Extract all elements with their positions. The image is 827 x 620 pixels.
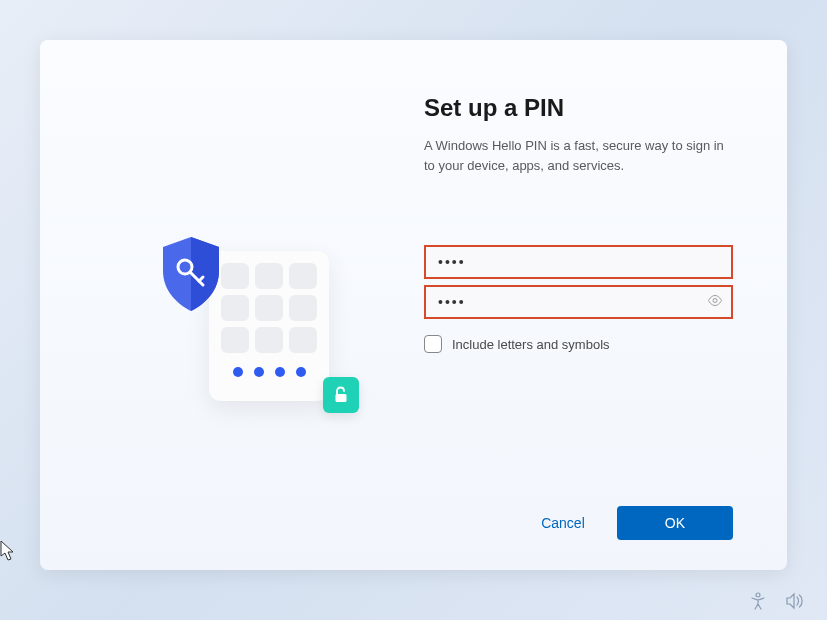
taskbar-tray — [749, 592, 805, 610]
svg-rect-3 — [336, 394, 347, 402]
include-letters-label: Include letters and symbols — [452, 337, 610, 352]
include-letters-row: Include letters and symbols — [424, 335, 733, 353]
volume-icon[interactable] — [785, 592, 805, 610]
svg-point-5 — [756, 593, 760, 597]
svg-point-4 — [713, 299, 717, 303]
dialog-buttons: Cancel OK — [424, 486, 733, 540]
confirm-pin-input[interactable] — [424, 285, 733, 319]
dialog-title: Set up a PIN — [424, 94, 733, 122]
shield-key-icon — [157, 235, 225, 313]
dialog-content: Set up a PIN A Windows Hello PIN is a fa… — [404, 90, 733, 540]
cursor-icon — [0, 540, 16, 562]
pin-setup-dialog: Set up a PIN A Windows Hello PIN is a fa… — [40, 40, 787, 570]
ok-button[interactable]: OK — [617, 506, 733, 540]
keypad-icon — [209, 251, 329, 401]
pin-dots — [221, 367, 317, 377]
accessibility-icon[interactable] — [749, 592, 767, 610]
new-pin-input[interactable] — [424, 245, 733, 279]
lock-open-icon — [323, 377, 359, 413]
keypad-grid — [221, 263, 317, 353]
illustration-wrap — [139, 215, 359, 415]
reveal-password-icon[interactable] — [707, 295, 723, 310]
dialog-subtitle: A Windows Hello PIN is a fast, secure wa… — [424, 136, 724, 175]
cancel-button[interactable]: Cancel — [527, 507, 599, 539]
include-letters-checkbox[interactable] — [424, 335, 442, 353]
pin-illustration — [94, 90, 404, 540]
